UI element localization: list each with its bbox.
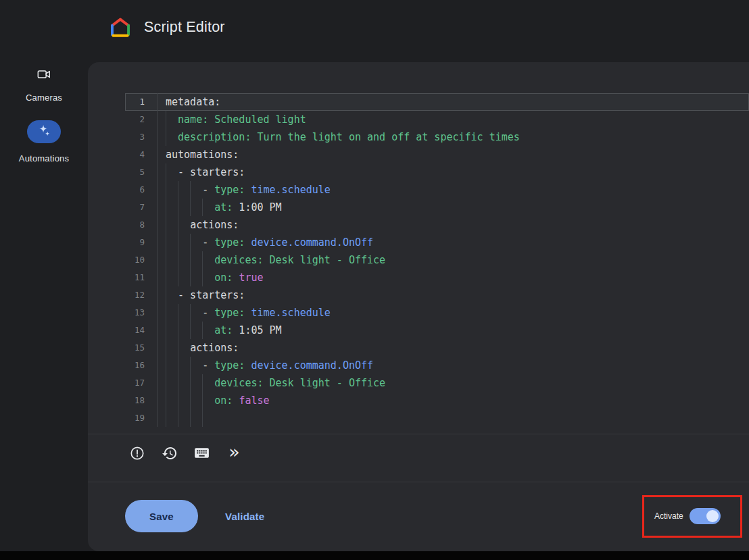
code-line[interactable]: 15 actions: xyxy=(125,339,749,357)
indent-guide xyxy=(202,269,203,286)
code-text: metadata: xyxy=(158,93,749,111)
line-number: 16 xyxy=(125,357,158,374)
line-number: 5 xyxy=(125,163,158,181)
indent-guide xyxy=(178,357,178,374)
code-line[interactable]: 16 - type: device.command.OnOff xyxy=(125,357,749,374)
sidebar-item-cameras[interactable]: Cameras xyxy=(0,66,88,103)
code-line[interactable]: 8 actions: xyxy=(125,216,749,234)
code-line[interactable]: 19 xyxy=(125,409,749,427)
line-number: 2 xyxy=(125,111,158,128)
history-icon[interactable] xyxy=(159,442,180,463)
line-number: 6 xyxy=(125,181,158,199)
code-line[interactable]: 1metadata: xyxy=(125,93,749,111)
line-number: 1 xyxy=(125,93,158,111)
sidebar: Cameras Automations xyxy=(0,62,88,560)
line-number: 12 xyxy=(125,286,158,304)
video-camera-icon xyxy=(36,66,52,82)
indent-guide xyxy=(166,357,166,374)
indent-guide xyxy=(178,304,178,322)
activate-toggle[interactable] xyxy=(690,508,721,524)
code-line[interactable]: 12 - starters: xyxy=(125,286,749,304)
indent-guide xyxy=(166,216,166,234)
line-number: 8 xyxy=(125,216,158,234)
validate-button[interactable]: Validate xyxy=(221,500,268,532)
code-text: actions: xyxy=(158,216,749,234)
code-line[interactable]: 4automations: xyxy=(125,146,749,163)
code-line[interactable]: 3 description: Turn the light on and off… xyxy=(125,128,749,146)
indent-guide xyxy=(166,199,166,216)
divider xyxy=(88,434,749,434)
line-number: 10 xyxy=(125,251,158,269)
indent-guide xyxy=(178,339,178,357)
indent-guide xyxy=(166,286,166,304)
indent-guide xyxy=(202,409,203,427)
sidebar-item-automations[interactable]: Automations xyxy=(0,120,88,163)
indent-guide xyxy=(178,234,178,251)
indent-guide xyxy=(178,322,178,339)
code-line[interactable]: 14 at: 1:05 PM xyxy=(125,322,749,339)
indent-guide xyxy=(166,111,166,128)
indent-guide xyxy=(166,339,166,357)
keyboard-icon[interactable] xyxy=(191,442,212,463)
problems-icon[interactable] xyxy=(126,442,147,463)
code-text: - type: device.command.OnOff xyxy=(158,234,749,251)
indent-guide xyxy=(166,163,166,181)
code-line[interactable]: 6 - type: time.schedule xyxy=(125,181,749,199)
code-text: name: Scheduled light xyxy=(158,111,749,128)
code-text: - type: time.schedule xyxy=(158,304,749,322)
code-text: - type: time.schedule xyxy=(158,181,749,199)
indent-guide xyxy=(166,322,166,339)
code-text: description: Turn the light on and off a… xyxy=(158,128,749,146)
save-button[interactable]: Save xyxy=(125,500,198,532)
code-line[interactable]: 10 devices: Desk light - Office xyxy=(125,251,749,269)
activate-control: Activate xyxy=(654,508,721,524)
indent-guide xyxy=(202,322,203,339)
indent-guide xyxy=(166,269,166,286)
code-text: devices: Desk light - Office xyxy=(158,251,749,269)
indent-guide xyxy=(190,199,191,216)
code-line[interactable]: 17 devices: Desk light - Office xyxy=(125,374,749,392)
indent-guide xyxy=(202,199,203,216)
code-text: devices: Desk light - Office xyxy=(158,374,749,392)
indent-guide xyxy=(178,181,178,199)
indent-guide xyxy=(190,234,191,251)
indent-guide xyxy=(166,304,166,322)
divider xyxy=(88,482,749,482)
indent-guide xyxy=(190,304,191,322)
code-line[interactable]: 13 - type: time.schedule xyxy=(125,304,749,322)
sidebar-item-label: Cameras xyxy=(26,93,62,103)
code-lines: 1metadata:2 name: Scheduled light3 descr… xyxy=(125,93,749,427)
code-line[interactable]: 2 name: Scheduled light xyxy=(125,111,749,128)
indent-guide xyxy=(190,392,191,409)
indent-guide xyxy=(166,374,166,392)
code-text: actions: xyxy=(158,339,749,357)
more-tools-icon[interactable]: » xyxy=(224,442,245,463)
indent-guide xyxy=(178,251,178,269)
line-number: 13 xyxy=(125,304,158,322)
line-number: 3 xyxy=(125,128,158,146)
code-line[interactable]: 18 on: false xyxy=(125,392,749,409)
active-pill xyxy=(27,120,61,143)
indent-guide xyxy=(166,234,166,251)
editor-toolbar: » xyxy=(126,442,245,463)
indent-guide xyxy=(190,357,191,374)
code-text: at: 1:00 PM xyxy=(158,199,749,216)
code-editor[interactable]: 1metadata:2 name: Scheduled light3 descr… xyxy=(125,93,749,427)
code-line[interactable]: 9 - type: device.command.OnOff xyxy=(125,234,749,251)
line-number: 17 xyxy=(125,374,158,392)
indent-guide xyxy=(202,392,203,409)
code-text: on: true xyxy=(158,269,749,286)
indent-guide xyxy=(190,374,191,392)
indent-guide xyxy=(166,251,166,269)
code-line[interactable]: 11 on: true xyxy=(125,269,749,286)
code-line[interactable]: 5 - starters: xyxy=(125,163,749,181)
indent-guide xyxy=(190,269,191,286)
indent-guide xyxy=(178,269,178,286)
code-line[interactable]: 7 at: 1:00 PM xyxy=(125,199,749,216)
google-home-logo[interactable] xyxy=(109,16,132,39)
line-number: 14 xyxy=(125,322,158,339)
code-text: at: 1:05 PM xyxy=(158,322,749,339)
code-text: - starters: xyxy=(158,286,749,304)
sidebar-item-label: Automations xyxy=(19,153,69,163)
line-number: 18 xyxy=(125,392,158,409)
